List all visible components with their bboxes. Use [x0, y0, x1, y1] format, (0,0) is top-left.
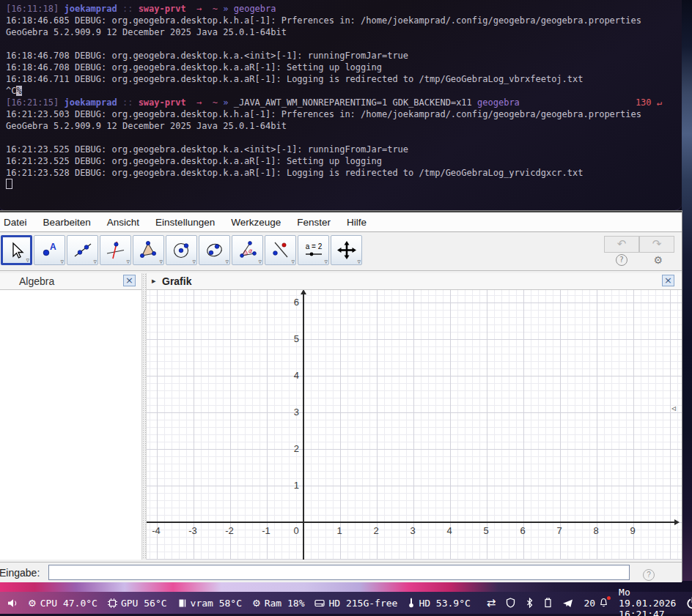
angle-icon: α: [238, 240, 258, 261]
tool-buttons: ▿ A ▿ ▿: [1, 235, 362, 265]
gear-icon: ⚙: [653, 254, 663, 266]
notification-badge: [607, 596, 611, 600]
move-view-icon: [336, 240, 357, 261]
cpu-temp-label: CPU 47.0°C: [40, 598, 97, 609]
terminal-line: GeoGebra 5.2.909.9 12 December 2025 Java…: [0, 120, 682, 132]
undo-button[interactable]: ↶: [604, 236, 639, 253]
gpu-chip-icon: [108, 598, 117, 608]
algebra-panel[interactable]: [0, 290, 141, 560]
svg-text:α: α: [248, 247, 252, 253]
tool-slider[interactable]: a = 2 ▿: [298, 235, 329, 265]
tool-move[interactable]: ▿: [1, 235, 32, 265]
menu-werkzeuge[interactable]: Werkzeuge: [223, 217, 289, 228]
disk-temp-label: HD 53.9°C: [419, 598, 470, 609]
menu-hilfe[interactable]: Hilfe: [339, 217, 375, 228]
x-axis-tick-label: -4: [152, 525, 161, 536]
terminal-line: 16:21:23.525 DEBUG: org.geogebra.desktop…: [0, 155, 682, 167]
menu-datei[interactable]: Datei: [0, 217, 35, 228]
tool-line[interactable]: ▿: [67, 235, 98, 265]
x-axis: [147, 522, 677, 523]
y-axis-arrow: [301, 290, 306, 294]
tool-angle[interactable]: α ▿: [232, 235, 263, 265]
redo-button[interactable]: ↷: [639, 236, 674, 253]
gpu-temp-widget: GPU 56°C: [108, 598, 167, 609]
chevron-down-icon: ▿: [324, 258, 328, 265]
terminal-line: 16:21:23.503 DEBUG: org.geogebra.desktop…: [0, 108, 682, 120]
toolbar: ▿ A ▿ ▿: [0, 232, 682, 271]
terminal-line: 16:21:23.528 DEBUG: org.geogebra.desktop…: [0, 167, 682, 179]
graphics-view[interactable]: ◃ -4-3-2-10123456789123456: [147, 290, 682, 560]
cpu-temp-widget: ⚙ CPU 47.0°C: [28, 598, 97, 609]
menu-einstellungen[interactable]: Einstellungen: [147, 217, 223, 228]
close-icon: ×: [664, 275, 672, 286]
svg-text:A: A: [50, 242, 56, 252]
redo-icon: ↷: [652, 237, 662, 251]
terminal-line: [16:11:18] joekamprad :: sway-prvt → ~ »…: [0, 3, 682, 15]
mirror-line-icon: [270, 240, 291, 261]
notification-count: 20: [584, 598, 595, 609]
gear-icon: ⚙: [28, 598, 37, 609]
notification-widget[interactable]: 20: [584, 598, 608, 609]
tool-move-graphics-view[interactable]: ▿: [331, 235, 362, 265]
clipboard-icon[interactable]: [544, 598, 552, 608]
tool-perpendicular-line[interactable]: ▿: [100, 235, 131, 265]
panel-splitter[interactable]: [141, 273, 147, 560]
tool-point[interactable]: A ▿: [34, 235, 65, 265]
terminal-line: [0, 132, 682, 144]
x-axis-tick-label: 1: [336, 525, 342, 536]
shield-icon[interactable]: [506, 598, 515, 608]
disk-temp-widget: HD 53.9°C: [408, 598, 470, 609]
chevron-down-icon: ▿: [93, 258, 97, 265]
tool-polygon[interactable]: ▿: [133, 235, 164, 265]
input-help-button[interactable]: ?: [643, 567, 655, 581]
algebra-close-button[interactable]: ×: [123, 275, 136, 286]
power-button[interactable]: [686, 597, 692, 609]
chevron-down-icon: ▿: [291, 258, 295, 265]
x-axis-tick-label: 4: [446, 525, 452, 536]
menu-bearbeiten[interactable]: Bearbeiten: [35, 217, 99, 228]
x-axis-tick-label: 8: [593, 525, 598, 536]
x-axis-tick-label: 6: [520, 525, 525, 536]
svg-text:a = 2: a = 2: [305, 242, 322, 250]
toolbar-settings-button[interactable]: ⚙: [653, 254, 663, 266]
tool-reflect[interactable]: ▿: [265, 235, 296, 265]
toolbar-help-button[interactable]: ?: [616, 254, 627, 266]
disclosure-triangle-icon[interactable]: ▸: [152, 276, 156, 286]
help-icon: ?: [643, 569, 655, 581]
terminal-line: 16:18:46.708 DEBUG: org.geogebra.desktop…: [0, 62, 682, 73]
tool-conic[interactable]: ▿: [199, 235, 230, 265]
panel-collapse-arrow-icon[interactable]: ◃: [671, 403, 676, 413]
terminal-line: GeoGebra 5.2.909.9 12 December 2025 Java…: [0, 26, 682, 38]
network-arrows-icon[interactable]: ⇄: [487, 596, 496, 609]
terminal-line: [0, 179, 682, 190]
x-axis-tick-label: 2: [373, 525, 378, 536]
help-icon: ?: [616, 254, 627, 266]
perpendicular-line-icon: [106, 240, 126, 261]
slider-icon: a = 2: [303, 240, 324, 261]
menu-fenster[interactable]: Fenster: [289, 217, 339, 228]
chevron-down-icon: ▿: [126, 258, 130, 265]
volume-icon[interactable]: [7, 598, 18, 608]
menu-ansicht[interactable]: Ansicht: [99, 217, 147, 228]
grafik-close-button[interactable]: ×: [662, 275, 674, 286]
algebra-input-field[interactable]: [48, 565, 630, 580]
terminal-window[interactable]: [16:11:18] joekamprad :: sway-prvt → ~ »…: [0, 0, 682, 211]
menu-bar: DateiBearbeitenAnsichtEinstellungenWerkz…: [0, 212, 682, 232]
ram-stick-icon: [177, 598, 187, 608]
y-axis-tick-label: 6: [281, 297, 299, 308]
chevron-down-icon: ▿: [357, 258, 361, 265]
x-axis-tick-label: 3: [410, 525, 415, 536]
x-axis-tick-label: -2: [225, 525, 234, 536]
desktop-wallpaper-bottom: [0, 581, 692, 592]
clock[interactable]: Mo 19.01.2026 16:21:47: [619, 587, 676, 616]
terminal-cursor: [6, 179, 12, 189]
tool-circle[interactable]: ▿: [166, 235, 197, 265]
terminal-line: 16:18:46.711 DEBUG: org.geogebra.desktop…: [0, 73, 682, 85]
input-bar: Eingabe: ?: [0, 562, 682, 582]
input-label: Eingabe:: [0, 567, 40, 579]
telegram-icon[interactable]: [562, 598, 573, 608]
point-icon: A: [40, 240, 60, 261]
y-axis-tick-label: 5: [281, 333, 299, 344]
chevron-down-icon: ▿: [159, 258, 163, 265]
bluetooth-icon[interactable]: [526, 598, 534, 608]
